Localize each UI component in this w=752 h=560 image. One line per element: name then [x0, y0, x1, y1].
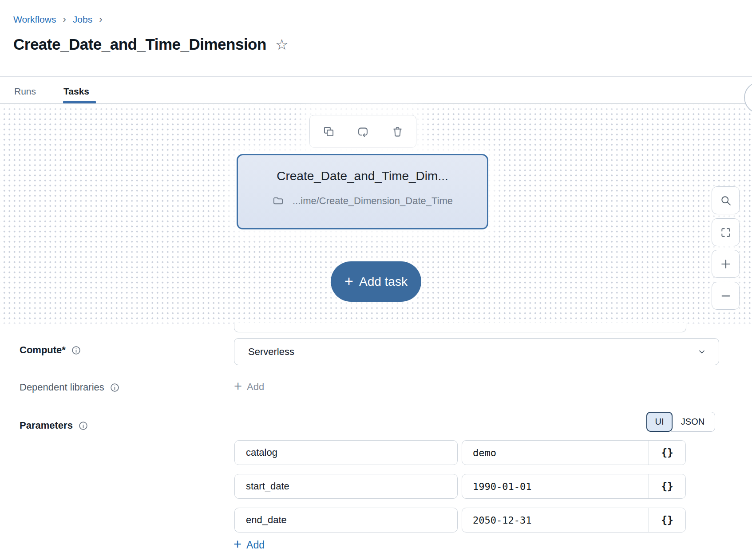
delete-task-button[interactable] — [391, 125, 404, 138]
title-row: Create_Date_and_Time_Dimension ☆ — [13, 35, 288, 53]
cropped-field-bottom[interactable] — [234, 323, 686, 332]
add-parameter-button[interactable]: + Add — [234, 539, 265, 551]
dynamic-value-button[interactable]: {} — [649, 508, 685, 532]
breadcrumb-jobs-link[interactable]: Jobs — [73, 14, 92, 25]
header-divider — [0, 76, 752, 77]
task-card-title: Create_Date_and_Time_Dim... — [238, 169, 487, 183]
favorite-star-icon[interactable]: ☆ — [275, 37, 289, 52]
zoom-out-button[interactable] — [712, 282, 740, 310]
param-value-field: {} — [462, 440, 686, 465]
clone-task-button[interactable] — [322, 125, 335, 138]
breadcrumb-separator: › — [99, 14, 102, 25]
tab-tasks[interactable]: Tasks — [63, 86, 89, 97]
param-value-input[interactable] — [462, 441, 649, 465]
task-card-path: ...ime/Create_Dimension_Date_Time — [293, 195, 453, 207]
param-value-field: {} — [462, 508, 686, 532]
dependent-libraries-label-row: Dependent libraries — [20, 382, 119, 393]
parameters-label-row: Parameters — [20, 420, 88, 431]
compute-label-row: Compute* — [20, 344, 81, 356]
compute-label: Compute* — [20, 344, 66, 356]
toggle-json-option[interactable]: JSON — [671, 412, 715, 432]
param-value-input[interactable] — [462, 474, 649, 498]
dependent-libraries-label: Dependent libraries — [20, 382, 104, 393]
dynamic-value-button[interactable]: {} — [649, 474, 685, 498]
page-title: Create_Date_and_Time_Dimension — [13, 35, 266, 53]
plus-icon: + — [344, 273, 353, 288]
info-icon[interactable] — [71, 346, 81, 355]
task-toolbar — [309, 115, 416, 148]
add-task-button[interactable]: + Add task — [331, 261, 421, 302]
zoom-in-button[interactable] — [712, 250, 740, 278]
param-key-input[interactable] — [234, 474, 458, 499]
trash-icon — [392, 126, 404, 138]
clone-icon — [323, 126, 335, 138]
breadcrumb: Workflows › Jobs › — [13, 14, 102, 25]
param-key-input[interactable] — [234, 508, 458, 532]
chevron-down-icon — [697, 347, 706, 356]
minus-icon — [720, 290, 732, 302]
parameters-label: Parameters — [20, 420, 73, 431]
search-icon — [720, 194, 732, 207]
add-library-button[interactable]: + Add — [234, 381, 264, 393]
add-parameter-label: Add — [246, 539, 265, 551]
loop-task-button[interactable] — [356, 125, 370, 138]
breadcrumb-workflows-link[interactable]: Workflows — [13, 14, 56, 25]
tab-runs[interactable]: Runs — [14, 86, 36, 97]
parameters-view-toggle: UI JSON — [646, 412, 715, 432]
toggle-ui-option[interactable]: UI — [646, 412, 673, 432]
plus-icon: + — [234, 379, 242, 393]
param-value-field: {} — [462, 474, 686, 499]
add-task-label: Add task — [359, 275, 408, 289]
canvas-search-button[interactable] — [712, 186, 740, 214]
folder-icon — [272, 195, 284, 207]
info-icon[interactable] — [79, 421, 88, 430]
dynamic-value-button[interactable]: {} — [649, 441, 685, 465]
add-library-label: Add — [247, 381, 264, 393]
fit-view-button[interactable] — [712, 218, 740, 246]
plus-icon: + — [234, 537, 241, 551]
task-card-path-row: ...ime/Create_Dimension_Date_Time — [238, 195, 487, 207]
compute-select[interactable]: Serverless — [234, 338, 719, 365]
fullscreen-icon — [720, 227, 732, 238]
param-value-input[interactable] — [462, 508, 649, 532]
loop-icon — [357, 126, 369, 138]
param-key-input[interactable] — [234, 440, 458, 465]
plus-icon — [720, 258, 732, 270]
compute-selected-value: Serverless — [248, 346, 697, 358]
breadcrumb-separator: › — [63, 14, 66, 25]
task-graph-canvas[interactable]: Create_Date_and_Time_Dim... ...ime/Creat… — [0, 104, 752, 323]
info-icon[interactable] — [110, 383, 119, 392]
jobs-task-page: Workflows › Jobs › Create_Date_and_Time_… — [0, 0, 752, 560]
task-card[interactable]: Create_Date_and_Time_Dim... ...ime/Creat… — [237, 154, 488, 229]
